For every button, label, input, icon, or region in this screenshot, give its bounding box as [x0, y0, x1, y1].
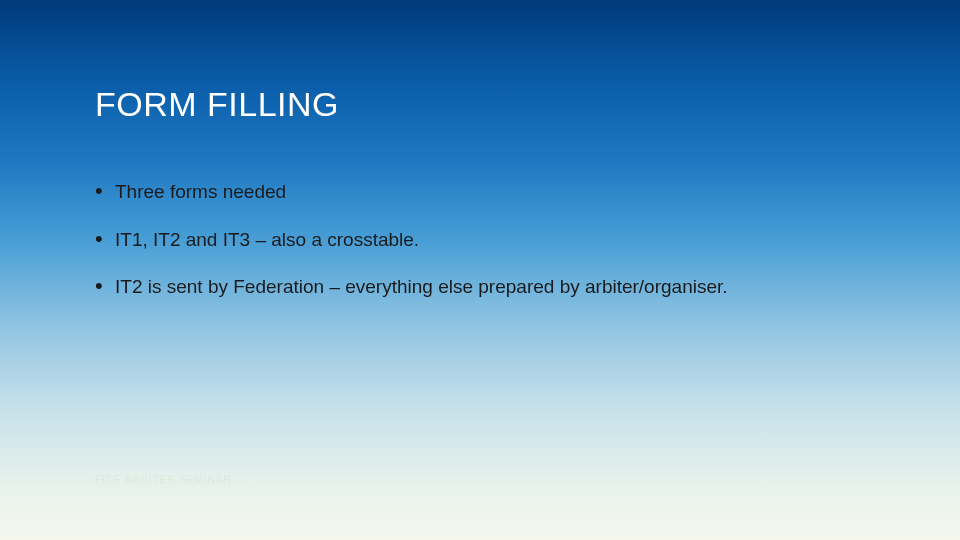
- bullet-list: Three forms needed IT1, IT2 and IT3 – al…: [95, 179, 865, 300]
- slide: FORM FILLING Three forms needed IT1, IT2…: [0, 0, 960, 540]
- slide-title: FORM FILLING: [95, 85, 865, 124]
- bullet-item: IT2 is sent by Federation – everything e…: [95, 274, 865, 300]
- bullet-item: IT1, IT2 and IT3 – also a crosstable.: [95, 227, 865, 253]
- footer-text: FIDE ARBITER SEMINAR: [95, 474, 232, 485]
- bullet-item: Three forms needed: [95, 179, 865, 205]
